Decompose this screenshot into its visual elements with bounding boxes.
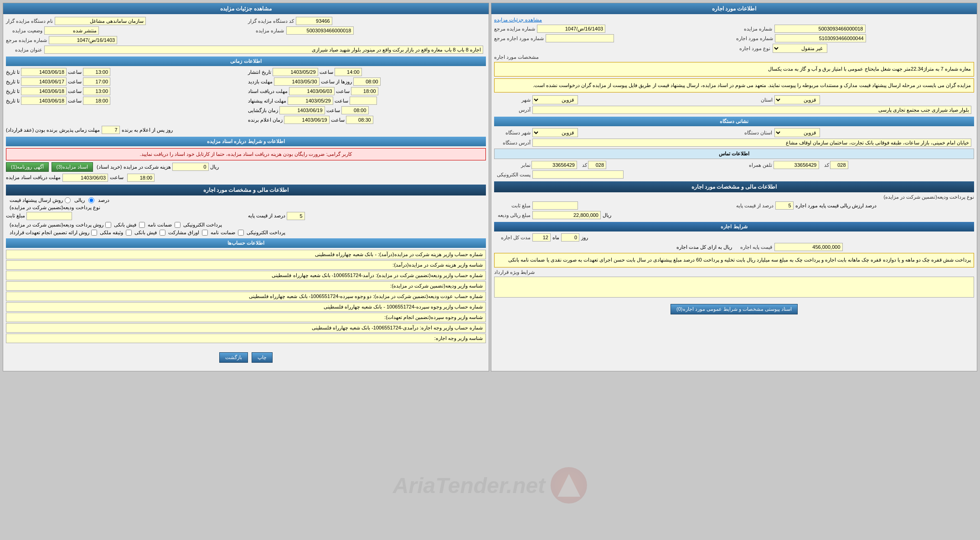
ravesh-pardakht-label: روش پرداخت ودیعه(تضمین شرکت در مزایده) — [10, 222, 103, 228]
special-cond-textarea[interactable] — [494, 277, 974, 298]
darsad-input-r[interactable] — [287, 212, 305, 220]
enteshar-from-input[interactable] — [273, 68, 318, 76]
onnvan-input[interactable] — [44, 46, 483, 54]
adress-device-input[interactable] — [532, 139, 971, 147]
modat-roz-input[interactable] — [561, 233, 579, 242]
radio-darsad-label: درصد — [98, 197, 109, 203]
zamani-header: اطلاعات زمانی — [6, 57, 486, 66]
agahi-btn[interactable]: آگهی روزنامه(1) — [6, 162, 49, 172]
daryaft-from-input[interactable] — [289, 87, 335, 95]
mazayade-detail-link[interactable]: مشاهده جزئیات مزایده — [494, 17, 974, 23]
shahr-device-select[interactable]: قزوین — [532, 128, 578, 137]
enteshar-to-input[interactable] — [21, 68, 67, 76]
vathiqe-check[interactable] — [91, 230, 97, 236]
rial-label-cond: ریال به ازای کل مدت اجاره — [676, 244, 732, 250]
elam-from-input[interactable] — [284, 116, 330, 124]
hazine-input[interactable] — [172, 163, 209, 171]
hesabha-header: اطلاعات حساب‌ها — [6, 238, 486, 248]
araie-label: مهلت ارائه پیشنهاد — [248, 98, 286, 104]
tel-input[interactable] — [774, 161, 819, 169]
back-button[interactable]: بازگشت — [219, 352, 248, 363]
radio-darsad[interactable] — [88, 197, 94, 203]
mazayade-number-r-input[interactable] — [286, 26, 354, 35]
print-button[interactable]: چاپ — [252, 352, 273, 363]
name-input-r[interactable] — [55, 17, 146, 25]
ejaare-marja-label: شماره مورد اجاره مرجع — [494, 36, 544, 41]
vaziat-input[interactable] — [44, 26, 99, 35]
mablagh-sabt-input[interactable] — [532, 201, 578, 210]
daryaft-to-input[interactable] — [21, 87, 67, 95]
mazayade-marja-r-label: شماره مزایده مرجع — [6, 37, 47, 43]
shahr-select[interactable]: قزوین — [532, 95, 578, 104]
ooragh-check[interactable] — [160, 230, 165, 236]
ejaare-number-input[interactable] — [775, 34, 866, 42]
adress-input[interactable] — [532, 106, 971, 114]
mah-label: ماه — [552, 235, 559, 241]
enteshar-to-time-input[interactable] — [83, 68, 110, 76]
fax-input[interactable] — [531, 161, 577, 169]
daryaft-to-time-input[interactable] — [83, 87, 110, 95]
pardakht-elect-check[interactable] — [175, 222, 181, 228]
bazgoshaii-time-input[interactable] — [341, 106, 369, 114]
mohlat-gharardad-input[interactable] — [102, 126, 120, 134]
mohlat-to-time-input[interactable] — [83, 77, 110, 86]
ravesh-gharardad-label: روش ارائه تضمین انجام تعهدات قرارداد — [10, 230, 89, 236]
enteshar-time-input[interactable] — [335, 68, 362, 76]
araie-from-input[interactable] — [288, 97, 333, 105]
kod-label: کد دستگاه مزایده گزار — [248, 18, 294, 24]
mohlat-daryaft-to-input[interactable] — [62, 174, 108, 182]
fax-code-input[interactable] — [588, 161, 606, 169]
mazayade-marja-input[interactable] — [537, 25, 605, 33]
account-row-3: شناسه وازیر ودیعه(تضمین شرکت در مزایده): — [6, 281, 486, 291]
darsad-input-left[interactable] — [775, 201, 794, 210]
finance-header: اطلاعات مالی و مشخصات مورد اجاره — [494, 181, 974, 192]
radio-riyali[interactable] — [65, 197, 71, 203]
asnad-button[interactable]: اسناد پیوستی مشخصات و شرایط عمومی مورد ا… — [671, 304, 798, 314]
araie-to-time-input[interactable] — [83, 97, 110, 105]
mablagh-sabt-input-r[interactable] — [26, 212, 72, 220]
fish-check[interactable] — [105, 222, 111, 228]
mohlat-to-time-label: ساعت — [68, 79, 82, 85]
mareye-value-box: معاره شماره 7 به متراژ22.34متر جهت شغل م… — [494, 62, 974, 77]
gharardad-fish-check[interactable] — [126, 230, 132, 236]
left-panel-header: اطلاعات مورد اجاره — [491, 3, 977, 14]
ooragh-label: اوراق مشارکت — [168, 230, 199, 236]
gharardad-zamanat-check[interactable] — [202, 230, 208, 236]
gharardad-zamanat-label: ضمانت نامه — [211, 230, 235, 236]
mohlat-to-input[interactable] — [21, 77, 67, 86]
tel-code-input[interactable] — [830, 161, 848, 169]
ostan-select[interactable]: قزوین — [774, 95, 820, 104]
modat-label: مدت کل اجاره — [494, 235, 531, 241]
ejaare-marja-input[interactable] — [546, 34, 614, 42]
daryaft-time-input[interactable] — [351, 87, 378, 95]
gharardad-input[interactable] — [774, 243, 843, 251]
now-type-select[interactable]: غیر منقول — [773, 44, 827, 53]
mohlat-daryaft-time-input[interactable] — [127, 174, 155, 182]
kod-input[interactable] — [296, 17, 332, 25]
araie-to-input[interactable] — [21, 97, 67, 105]
ostan-device-select[interactable]: قزوین — [774, 128, 820, 137]
condition-text-box: پرداخت شش قفره چک دو ماهه و یا دوازده قف… — [494, 253, 974, 267]
mazayade-marja-r-input[interactable] — [49, 36, 117, 44]
mohlat-time-input[interactable] — [353, 77, 381, 86]
mazayade-number-input[interactable] — [774, 25, 866, 33]
asnad-mazayade-btn[interactable]: اسناد مزایده(3) — [52, 162, 93, 172]
radio-riyali-label: ریالی — [74, 197, 85, 203]
zamanat-check[interactable] — [139, 222, 145, 228]
email-input[interactable] — [532, 170, 624, 179]
araie-time-input[interactable] — [350, 97, 377, 105]
daryaft-time-label: ساعت — [336, 88, 350, 94]
mazayade-number-r-label: شماره مزایده — [248, 28, 284, 34]
mohlat-from-input[interactable] — [274, 77, 320, 86]
name-label-r: نام دستگاه مزایده گزار — [6, 18, 53, 24]
gharardad-elect-check[interactable] — [238, 230, 244, 236]
bazgoshaii-from-input[interactable] — [279, 106, 325, 114]
mablagh-riyali-input[interactable] — [532, 211, 601, 219]
modat-mah-input[interactable] — [532, 233, 551, 242]
ostan-label: استان — [736, 97, 773, 103]
rial-asnad: ریال — [210, 164, 219, 170]
elam-time-label: ساعت — [331, 117, 345, 123]
account-row-5: شماره حساب وازیر وجوه سپرده-1006551724 -… — [6, 302, 486, 312]
shahr-device-label: شهر دستگاه — [494, 130, 531, 136]
elam-time-input[interactable] — [346, 116, 373, 124]
